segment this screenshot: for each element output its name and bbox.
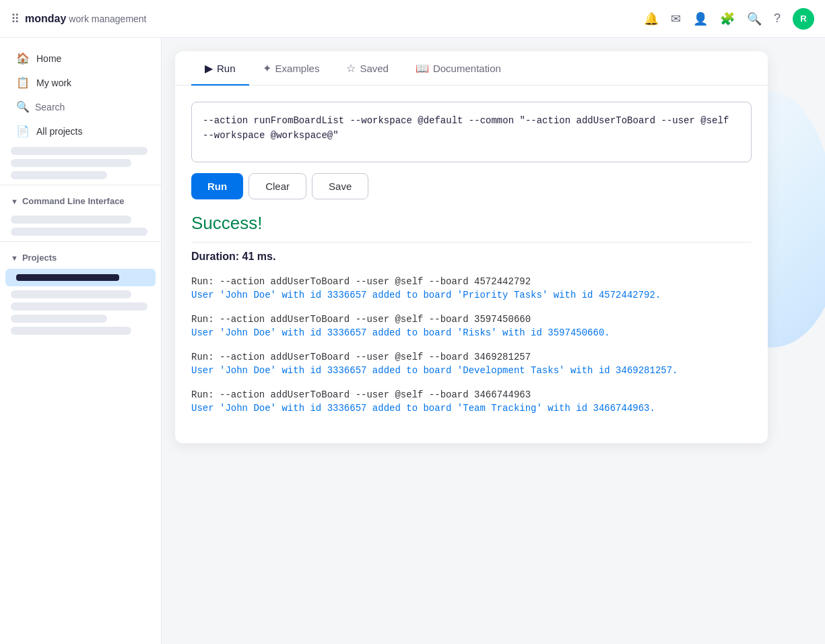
result-divider: [191, 242, 752, 243]
tab-run-label: Run: [217, 63, 236, 74]
chevron-down-icon: ▼: [11, 197, 18, 205]
user-avatar[interactable]: R: [793, 8, 814, 30]
result-block-3: Run: --action addUserToBoard --user @sel…: [191, 389, 752, 414]
skeleton-4: [11, 216, 131, 224]
skeleton-6: [11, 290, 131, 298]
action-buttons: Run Clear Save: [191, 173, 752, 199]
brand-wm: work management: [69, 13, 146, 24]
run-tab-icon: ▶: [205, 62, 213, 75]
result-block-1: Run: --action addUserToBoard --user @sel…: [191, 314, 752, 338]
skeleton-2: [11, 159, 131, 167]
sidebar-home-label: Home: [36, 53, 61, 64]
skeleton-8: [11, 315, 107, 323]
sidebar-section-cli[interactable]: ▼ Command Line Interface: [0, 191, 161, 212]
skeleton-7: [11, 302, 147, 311]
sidebar-section-projects[interactable]: ▼ Projects: [0, 247, 161, 268]
command-input[interactable]: --action runFromBoardList --workspace @d…: [191, 102, 752, 162]
tabs-bar: ▶ Run ✦ Examples ☆ Saved 📖 Documentation: [175, 51, 768, 86]
result-info-0: User 'John Doe' with id 3336657 added to…: [191, 290, 752, 300]
tab-examples-label: Examples: [275, 63, 320, 74]
result-block-0: Run: --action addUserToBoard --user @sel…: [191, 276, 752, 300]
sidebar-item-allprojects[interactable]: 📄 All projects: [5, 119, 156, 143]
cli-section-label: Command Line Interface: [22, 196, 125, 206]
sidebar-divider-2: [0, 241, 161, 242]
bell-icon[interactable]: 🔔: [644, 11, 659, 26]
examples-tab-icon: ✦: [263, 62, 271, 75]
puzzle-icon[interactable]: 🧩: [720, 11, 735, 26]
sidebar-item-mywork[interactable]: 📋 My work: [5, 71, 156, 94]
success-title: Success!: [191, 213, 752, 234]
inbox-icon[interactable]: ✉: [671, 11, 681, 26]
tab-examples[interactable]: ✦ Examples: [249, 51, 333, 86]
skeleton-1: [11, 147, 147, 155]
result-block-2: Run: --action addUserToBoard --user @sel…: [191, 352, 752, 376]
saved-tab-icon: ☆: [346, 62, 356, 75]
result-info-1: User 'John Doe' with id 3336657 added to…: [191, 327, 752, 338]
tab-documentation[interactable]: 📖 Documentation: [402, 51, 515, 86]
result-info-3: User 'John Doe' with id 3336657 added to…: [191, 403, 752, 414]
skeleton-5: [11, 228, 147, 236]
sidebar-divider-1: [0, 185, 161, 185]
sidebar-active-project[interactable]: [5, 269, 156, 286]
skeleton-9: [11, 327, 131, 335]
main-card: ▶ Run ✦ Examples ☆ Saved 📖 Documentation: [175, 51, 768, 443]
result-info-2: User 'John Doe' with id 3336657 added to…: [191, 365, 752, 376]
home-icon: 🏠: [16, 52, 30, 65]
projects-section-label: Projects: [22, 253, 57, 263]
topbar: ⠿ monday work management 🔔 ✉ 👤 🧩 🔍 ? R: [0, 0, 825, 38]
main-layout: 🏠 Home 📋 My work 🔍 Search 📄 All projects…: [0, 38, 825, 644]
sidebar-allprojects-label: All projects: [36, 126, 82, 137]
save-button[interactable]: Save: [312, 173, 368, 199]
result-run-3: Run: --action addUserToBoard --user @sel…: [191, 389, 752, 400]
sidebar-search-label: Search: [35, 102, 65, 112]
result-run-2: Run: --action addUserToBoard --user @sel…: [191, 352, 752, 362]
duration-text: Duration: 41 ms.: [191, 251, 752, 263]
grid-icon: ⠿: [11, 11, 20, 26]
result-items: Run: --action addUserToBoard --user @sel…: [191, 276, 752, 414]
sidebar: 🏠 Home 📋 My work 🔍 Search 📄 All projects…: [0, 38, 162, 644]
docs-tab-icon: 📖: [416, 62, 429, 75]
brand-monday: monday: [25, 13, 66, 25]
topbar-logo: ⠿ monday work management: [11, 11, 147, 26]
main-content: ▶ Run ✦ Examples ☆ Saved 📖 Documentation: [162, 38, 825, 644]
result-run-1: Run: --action addUserToBoard --user @sel…: [191, 314, 752, 325]
tab-saved[interactable]: ☆ Saved: [333, 51, 402, 86]
sidebar-item-home[interactable]: 🏠 Home: [5, 46, 156, 70]
mywork-icon: 📋: [16, 76, 30, 89]
topbar-icons: 🔔 ✉ 👤 🧩 🔍 ? R: [644, 8, 814, 30]
tab-run[interactable]: ▶ Run: [191, 51, 249, 86]
people-icon[interactable]: 👤: [693, 11, 708, 26]
sidebar-search[interactable]: 🔍 Search: [5, 95, 156, 119]
search-icon-sidebar: 🔍: [16, 100, 30, 113]
card-body: --action runFromBoardList --workspace @d…: [175, 86, 768, 443]
skeleton-3: [11, 171, 107, 179]
tab-docs-label: Documentation: [433, 63, 501, 74]
sidebar-mywork-label: My work: [36, 77, 71, 88]
chevron-down-icon-2: ▼: [11, 254, 18, 262]
allprojects-icon: 📄: [16, 125, 30, 137]
search-icon[interactable]: 🔍: [747, 11, 762, 26]
topbar-brand: monday work management: [25, 13, 147, 25]
help-icon[interactable]: ?: [774, 11, 781, 26]
tab-saved-label: Saved: [360, 63, 389, 74]
run-button[interactable]: Run: [191, 173, 243, 199]
clear-button[interactable]: Clear: [249, 173, 306, 199]
result-run-0: Run: --action addUserToBoard --user @sel…: [191, 276, 752, 287]
